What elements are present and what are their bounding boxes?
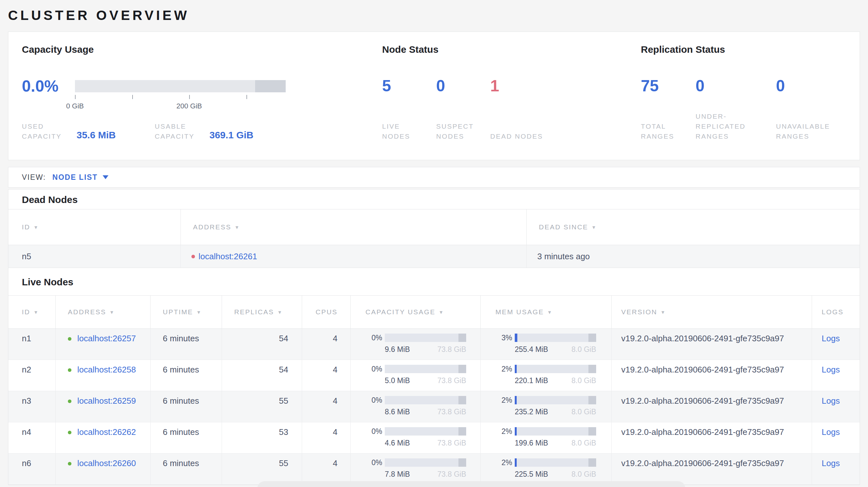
capacity-bar [385,427,466,435]
cluster-summary-card: Capacity Usage 0.0% 0 GiB 200 GiB [8,32,860,160]
live-node-address-cell: localhost:26260 [55,454,150,484]
under-replicated-ranges-count: 0 [695,79,776,93]
live-node-row: n6 localhost:26260 6 minutes 55 4 0% [8,454,860,485]
live-node-id: n2 [8,360,55,391]
logs-link[interactable]: Logs [822,396,840,405]
axis-tick [75,95,75,99]
live-node-logs-cell: Logs [812,391,860,422]
live-nodes-count: 5 [382,79,436,93]
live-node-address-link[interactable]: localhost:26258 [77,365,136,375]
used-capacity-stat: USED CAPACITY 35.6 MiB [22,121,155,141]
mem-used-value: 235.2 MiB [515,407,548,417]
live-node-uptime: 6 minutes [150,422,222,453]
capacity-bar [385,333,466,342]
used-capacity-label: USED CAPACITY [22,121,73,141]
mem-total-value: 8.0 GiB [571,376,596,385]
mem-bar-other-segment [588,427,596,435]
node-status-section: Node Status 5 0 1 LIVE NODES SUSPECT NOD… [382,32,641,160]
live-col-header-address[interactable]: ADDRESS ▼ [55,296,150,328]
live-col-header-capacity-usage[interactable]: CAPACITY USAGE ▼ [350,296,480,328]
replication-labels: TOTAL RANGES UNDER-REPLICATED RANGES UNA… [641,111,860,141]
capacity-percent: 0% [366,333,382,342]
mem-bar [515,396,596,404]
capacity-usage-section: Capacity Usage 0.0% 0 GiB 200 GiB [8,32,382,160]
live-col-header-uptime[interactable]: UPTIME ▼ [150,296,222,328]
live-node-logs-cell: Logs [812,454,860,484]
live-status-dot-icon [68,368,71,372]
used-capacity-value: 35.6 MiB [76,130,116,141]
live-col-header-version[interactable]: VERSION ▼ [611,296,812,328]
live-node-address-link[interactable]: localhost:26262 [77,427,136,437]
view-dropdown-value: NODE LIST [53,173,98,182]
mem-bar [515,365,596,373]
capacity-bar-other-segment [459,458,466,467]
axis-tick-label: 0 GiB [66,102,84,110]
dead-col-header-id[interactable]: ID ▼ [8,209,181,245]
sort-arrow-icon: ▼ [235,225,240,230]
suspect-nodes-count: 0 [436,79,490,93]
live-node-id: n4 [8,422,55,453]
live-node-address-link[interactable]: localhost:26259 [77,396,136,405]
capacity-used-value: 4.6 MiB [385,438,410,448]
nodes-tables-card: Dead Nodes ID ▼ ADDRESS ▼ DEAD SINCE ▼ n… [8,189,860,485]
live-node-address-link[interactable]: localhost:26257 [77,333,136,343]
dead-col-header-address[interactable]: ADDRESS ▼ [181,209,526,245]
logs-link[interactable]: Logs [822,427,840,437]
live-node-capacity-cell: 0% 8.6 MiB 73.8 GiB [350,391,480,422]
sort-arrow-icon: ▼ [110,310,115,315]
live-col-header-cpus[interactable]: CPUS [302,296,350,328]
dead-nodes-table-body: n5 localhost:26261 3 minutes ago [8,245,860,268]
live-status-dot-icon [68,431,71,434]
capacity-bar-other-segment [459,365,466,373]
capacity-total-value: 73.8 GiB [438,438,466,448]
live-node-address-link[interactable]: localhost:26260 [77,458,136,468]
page-title: CLUSTER OVERVIEW [8,0,860,23]
background-shadow-blob [257,481,685,487]
capacity-usage-title: Capacity Usage [22,44,382,55]
sort-arrow-icon: ▼ [196,310,202,315]
usable-capacity-label: USABLE CAPACITY [155,121,206,141]
live-node-address-cell: localhost:26258 [55,360,150,391]
capacity-bar [385,458,466,467]
live-node-replicas: 54 [222,360,302,391]
capacity-percent: 0% [366,396,382,404]
unavailable-ranges-label: UNAVAILABLE RANGES [776,121,856,141]
live-node-row: n4 localhost:26262 6 minutes 53 4 0% [8,422,860,454]
live-nodes-label: LIVE NODES [382,121,430,141]
mem-bar-other-segment [588,333,596,342]
view-dropdown[interactable]: NODE LIST [53,173,109,182]
mem-total-value: 8.0 GiB [571,469,596,479]
mem-bar [515,458,596,467]
capacity-usage-bar: 0 GiB 200 GiB [75,80,286,92]
dead-nodes-count: 1 [490,79,555,93]
live-node-cpus: 4 [302,391,350,422]
mem-total-value: 8.0 GiB [571,345,596,354]
live-node-address-cell: localhost:26259 [55,391,150,422]
live-node-capacity-cell: 0% 5.0 MiB 73.8 GiB [350,360,480,391]
sort-arrow-icon: ▼ [438,310,444,315]
capacity-other-apps-segment [255,80,286,92]
live-node-replicas: 55 [222,391,302,422]
unavailable-ranges-count: 0 [776,79,860,93]
logs-link[interactable]: Logs [822,458,840,468]
live-node-logs-cell: Logs [812,329,860,360]
live-node-id: n1 [8,329,55,360]
logs-link[interactable]: Logs [822,365,840,375]
replication-status-title: Replication Status [641,44,860,55]
live-col-header-mem-usage[interactable]: MEM USAGE ▼ [480,296,611,328]
capacity-percent: 0% [366,458,382,467]
logs-link[interactable]: Logs [822,333,840,343]
capacity-used-percent: 0.0% [22,80,75,92]
live-col-header-replicas[interactable]: REPLICAS ▼ [222,296,302,328]
capacity-used-value: 9.6 MiB [385,345,410,354]
capacity-stats: USED CAPACITY 35.6 MiB USABLE CAPACITY 3… [22,121,288,141]
live-node-cpus: 4 [302,454,350,484]
sort-arrow-icon: ▼ [33,225,39,230]
live-node-version: v19.2.0-alpha.20190606-2491-gfe735c9a97 [611,454,812,484]
dead-node-address-link[interactable]: localhost:26261 [198,252,257,261]
live-node-logs-cell: Logs [812,360,860,391]
mem-percent: 2% [495,396,512,404]
live-col-header-id[interactable]: ID ▼ [8,296,55,328]
dead-col-header-dead-since[interactable]: DEAD SINCE ▼ [526,209,860,245]
mem-used-value: 225.5 MiB [515,469,548,479]
